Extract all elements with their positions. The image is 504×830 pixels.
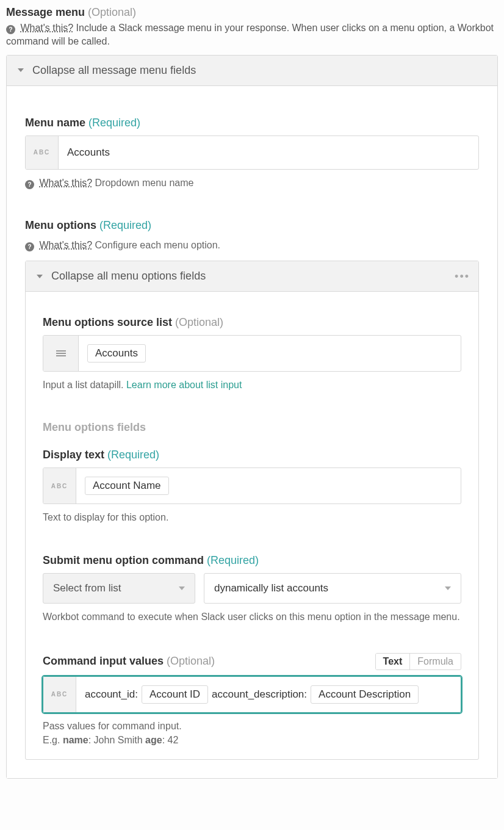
menu-name-label-text: Menu name — [25, 117, 85, 129]
display-text-field: Display text (Required) ABC Account Name… — [43, 449, 461, 524]
chevron-down-icon — [37, 275, 43, 278]
abc-icon: ABC — [26, 136, 59, 169]
list-icon — [43, 336, 79, 371]
help-icon: ? — [6, 25, 15, 34]
help-icon: ? — [25, 180, 34, 189]
account-name-pill[interactable]: Account Name — [85, 477, 169, 495]
menu-options-label: Menu options (Required) — [25, 219, 479, 232]
command-value-dropdown[interactable]: dynamically list accounts — [204, 573, 461, 604]
submit-command-row: Select from list dynamically list accoun… — [43, 573, 461, 604]
chevron-down-icon — [18, 68, 24, 72]
section-tag-optional: (Optional) — [88, 6, 136, 18]
menu-options-hint-text: Configure each menu option. — [95, 240, 220, 250]
abc-icon: ABC — [43, 677, 76, 712]
key-account-id: account_id: — [85, 688, 138, 701]
submit-command-field: Submit menu option command (Required) Se… — [43, 554, 461, 624]
command-input-label-text: Command input values — [43, 655, 164, 667]
menu-name-value[interactable]: Accounts — [59, 136, 478, 169]
learn-more-link[interactable]: Learn more about list input — [126, 380, 242, 390]
accounts-pill[interactable]: Accounts — [87, 344, 146, 363]
menu-options-label-text: Menu options — [25, 219, 96, 231]
command-input-optional-tag: (Optional) — [167, 655, 215, 667]
account-description-pill[interactable]: Account Description — [311, 685, 419, 704]
display-text-hint: Text to display for this option. — [43, 510, 461, 524]
menu-options-field: Menu options (Required) ? What's this? C… — [25, 219, 479, 760]
source-list-input[interactable]: Accounts — [43, 335, 461, 372]
menu-name-input[interactable]: ABC Accounts — [25, 135, 479, 170]
account-id-pill[interactable]: Account ID — [142, 685, 208, 704]
display-text-value[interactable]: Account Name — [76, 468, 461, 503]
collapse-options-header[interactable]: Collapse all menu options fields ••• — [26, 261, 478, 292]
text-formula-toggle[interactable]: Text Formula — [375, 653, 461, 670]
display-text-label: Display text (Required) — [43, 449, 461, 461]
command-input-input[interactable]: ABC account_id: Account ID account_descr… — [43, 676, 461, 713]
source-list-label: Menu options source list (Optional) — [43, 316, 461, 329]
source-list-field: Menu options source list (Optional) Acco… — [43, 316, 461, 392]
select-from-list-label: Select from list — [53, 582, 121, 594]
menu-options-panel: Collapse all menu options fields ••• Men… — [25, 261, 479, 760]
submit-command-label: Submit menu option command (Required) — [43, 554, 461, 567]
chevron-down-icon — [179, 586, 185, 590]
source-list-label-text: Menu options source list — [43, 316, 172, 328]
abc-icon: ABC — [43, 468, 76, 503]
menu-options-hint: ? What's this? Configure each menu optio… — [25, 238, 479, 252]
source-list-hint: Input a list datapill. Learn more about … — [43, 378, 461, 392]
key-account-description: account_description: — [212, 688, 307, 701]
display-text-label-text: Display text — [43, 449, 104, 461]
collapse-all-label: Collapse all message menu fields — [32, 64, 196, 77]
menu-options-required-tag: (Required) — [99, 219, 151, 231]
section-title: Message menu (Optional) — [6, 6, 498, 19]
collapse-options-label: Collapse all menu options fields — [51, 270, 206, 283]
toggle-formula[interactable]: Formula — [410, 654, 461, 669]
whats-this-link[interactable]: What's this? — [20, 23, 73, 33]
source-list-optional-tag: (Optional) — [175, 316, 223, 328]
collapse-all-header[interactable]: Collapse all message menu fields — [7, 56, 497, 86]
menu-options-fields-heading: Menu options fields — [43, 421, 461, 434]
submit-command-label-text: Submit menu option command — [43, 554, 204, 566]
submit-command-hint: Workbot command to execute when Slack us… — [43, 610, 461, 624]
message-menu-panel: Collapse all message menu fields Menu na… — [6, 55, 498, 779]
command-input-value[interactable]: account_id: Account ID account_descripti… — [76, 677, 461, 712]
command-input-label: Command input values (Optional) — [43, 655, 215, 668]
command-value-label: dynamically list accounts — [214, 582, 328, 594]
display-text-required-tag: (Required) — [107, 449, 159, 461]
source-list-value[interactable]: Accounts — [79, 336, 461, 371]
menu-name-field: Menu name (Required) ABC Accounts ? What… — [25, 117, 479, 190]
section-title-text: Message menu — [6, 6, 85, 18]
source-list-hint-pre: Input a list datapill. — [43, 380, 126, 390]
command-input-hint1: Pass values for command input. — [43, 719, 461, 733]
select-from-list-dropdown[interactable]: Select from list — [43, 573, 195, 604]
display-text-input[interactable]: ABC Account Name — [43, 467, 461, 504]
menu-name-label: Menu name (Required) — [25, 117, 479, 129]
command-input-hint2: E.g. name: John Smith age: 42 — [43, 733, 461, 747]
submit-command-required-tag: (Required) — [207, 554, 259, 566]
section-description: Include a Slack message menu in your res… — [6, 23, 494, 46]
help-icon: ? — [25, 242, 34, 251]
command-input-field: Command input values (Optional) Text For… — [43, 653, 461, 747]
command-input-hint: Pass values for command input. E.g. name… — [43, 719, 461, 747]
menu-name-required-tag: (Required) — [88, 117, 140, 129]
menu-name-hint: ? What's this? Dropdown menu name — [25, 176, 479, 190]
section-help: ? What's this? Include a Slack message m… — [6, 21, 498, 49]
whats-this-link[interactable]: What's this? — [39, 178, 92, 188]
toggle-text[interactable]: Text — [376, 654, 411, 669]
chevron-down-icon — [445, 586, 451, 590]
more-icon[interactable]: ••• — [455, 270, 470, 283]
menu-name-hint-text: Dropdown menu name — [95, 178, 194, 188]
whats-this-link[interactable]: What's this? — [39, 240, 92, 250]
